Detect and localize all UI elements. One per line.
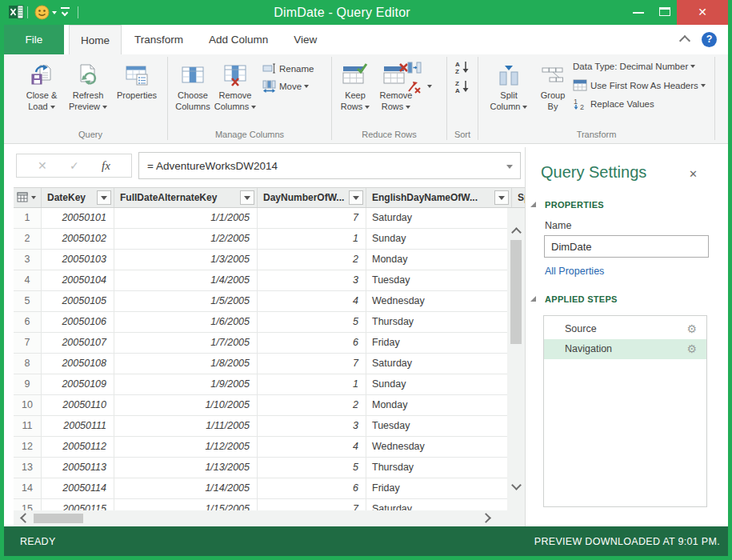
remove-columns-button[interactable]: Remove Columns	[213, 59, 258, 112]
cell-fulldatealternatekey[interactable]: 1/14/2005	[114, 478, 258, 499]
cell-daynumberofweek[interactable]: 7	[258, 499, 366, 510]
refresh-preview-button[interactable]: Refresh Preview	[65, 59, 111, 112]
cell-fulldatealternatekey[interactable]: 1/9/2005	[114, 374, 258, 395]
cell-daynumberofweek[interactable]: 3	[258, 270, 366, 291]
cell-fulldatealternatekey[interactable]: 1/4/2005	[114, 270, 258, 291]
row-number[interactable]: 9	[14, 374, 42, 395]
cell-englishdaynameofweek[interactable]: Wednesday	[366, 291, 507, 312]
move-button[interactable]: Move	[262, 79, 309, 93]
tab-add-column[interactable]: Add Column	[196, 25, 281, 54]
filter-icon[interactable]	[97, 190, 111, 205]
tab-view[interactable]: View	[281, 25, 330, 54]
cell-daynumberofweek[interactable]: 7	[258, 208, 366, 229]
cell-englishdaynameofweek[interactable]: Tuesday	[366, 416, 507, 437]
column-header-englishdaynameofweek[interactable]: EnglishDayNameOfW...	[366, 188, 512, 207]
row-number[interactable]: 14	[14, 478, 42, 499]
formula-fx-icon[interactable]: fx	[102, 159, 110, 173]
close-and-load-button[interactable]: Close & Load	[18, 59, 65, 112]
cell-englishdaynameofweek[interactable]: Friday	[366, 333, 507, 354]
replace-values-button[interactable]: 1 2 Replace Values	[573, 97, 654, 110]
step-navigation[interactable]: Navigation ⚙	[544, 339, 706, 359]
query-name-input[interactable]	[545, 236, 708, 257]
row-number[interactable]: 5	[14, 291, 42, 312]
gear-icon[interactable]: ⚙	[686, 319, 697, 339]
cell-englishdaynameofweek[interactable]: Saturday	[366, 354, 507, 374]
sort-ascending-button[interactable]: A Z	[454, 60, 474, 74]
cell-englishdaynameofweek[interactable]: Thursday	[366, 458, 507, 478]
minimize-button[interactable]	[626, 0, 650, 25]
row-number[interactable]: 11	[14, 416, 42, 437]
split-column-button[interactable]: Split Column	[483, 59, 534, 112]
cell-fulldatealternatekey[interactable]: 1/8/2005	[114, 354, 258, 374]
cell-datekey[interactable]: 20050109	[42, 374, 114, 395]
cell-daynumberofweek[interactable]: 5	[258, 312, 366, 333]
cell-datekey[interactable]: 20050102	[42, 229, 114, 250]
cell-fulldatealternatekey[interactable]: 1/7/2005	[114, 333, 258, 354]
filter-icon[interactable]	[240, 190, 254, 205]
cell-fulldatealternatekey[interactable]: 1/11/2005	[114, 416, 258, 437]
tab-home[interactable]: Home	[69, 25, 122, 54]
cell-englishdaynameofweek[interactable]: Sunday	[366, 374, 507, 395]
cell-fulldatealternatekey[interactable]: 1/1/2005	[114, 208, 258, 229]
row-number[interactable]: 8	[14, 354, 42, 374]
cell-englishdaynameofweek[interactable]: Wednesday	[366, 437, 507, 458]
column-header-datekey[interactable]: DateKey	[42, 188, 114, 207]
group-by-button[interactable]: Group By	[534, 59, 571, 112]
column-header-fulldatealternatekey[interactable]: FullDateAlternateKey	[114, 188, 258, 207]
cell-englishdaynameofweek[interactable]: Monday	[366, 250, 507, 270]
cell-daynumberofweek[interactable]: 7	[258, 354, 366, 374]
cell-englishdaynameofweek[interactable]: Thursday	[366, 312, 507, 333]
gear-icon[interactable]: ⚙	[686, 339, 697, 359]
applied-steps-section-header[interactable]: APPLIED STEPS	[545, 294, 618, 304]
cell-daynumberofweek[interactable]: 4	[258, 291, 366, 312]
horizontal-scroll-thumb[interactable]	[34, 514, 83, 523]
cell-datekey[interactable]: 20050104	[42, 270, 114, 291]
properties-button[interactable]: Properties	[111, 59, 162, 112]
cell-daynumberofweek[interactable]: 4	[258, 437, 366, 458]
cell-fulldatealternatekey[interactable]: 1/13/2005	[114, 458, 258, 478]
keep-rows-button[interactable]: Keep Rows	[337, 59, 374, 112]
cell-fulldatealternatekey[interactable]: 1/3/2005	[114, 250, 258, 270]
collapse-triangle-icon[interactable]	[530, 202, 536, 207]
cell-englishdaynameofweek[interactable]: Monday	[366, 395, 507, 416]
column-header-daynumberofweek[interactable]: DayNumberOfW...	[258, 188, 366, 207]
tab-file[interactable]: File	[4, 25, 64, 54]
formula-input[interactable]	[139, 153, 520, 178]
row-number[interactable]: 1	[14, 208, 42, 229]
row-number[interactable]: 3	[14, 250, 42, 270]
cell-daynumberofweek[interactable]: 6	[258, 478, 366, 499]
all-properties-link[interactable]: All Properties	[545, 266, 604, 277]
vertical-scroll-thumb[interactable]	[510, 240, 522, 344]
close-button[interactable]: ✕	[677, 0, 728, 25]
use-first-row-as-headers-button[interactable]: Use First Row As Headers	[573, 79, 706, 91]
horizontal-scrollbar[interactable]	[14, 510, 525, 526]
cell-datekey[interactable]: 20050111	[42, 416, 114, 437]
cell-datekey[interactable]: 20050103	[42, 250, 114, 270]
cell-datekey[interactable]: 20050107	[42, 333, 114, 354]
cell-fulldatealternatekey[interactable]: 1/10/2005	[114, 395, 258, 416]
cell-datekey[interactable]: 20050108	[42, 354, 114, 374]
cell-fulldatealternatekey[interactable]: 1/6/2005	[114, 312, 258, 333]
properties-section-header[interactable]: PROPERTIES	[545, 200, 604, 210]
formula-cancel-icon[interactable]: ✕	[38, 159, 47, 172]
cell-fulldatealternatekey[interactable]: 1/5/2005	[114, 291, 258, 312]
cell-englishdaynameofweek[interactable]: Tuesday	[366, 270, 507, 291]
cell-datekey[interactable]: 20050105	[42, 291, 114, 312]
tab-transform[interactable]: Transform	[122, 25, 196, 54]
cell-daynumberofweek[interactable]: 1	[258, 229, 366, 250]
cell-daynumberofweek[interactable]: 1	[258, 374, 366, 395]
remove-duplicates-button[interactable]	[407, 61, 425, 75]
data-type-button[interactable]: Data Type: Decimal Number	[573, 62, 695, 71]
step-source[interactable]: Source ⚙	[544, 319, 706, 339]
maximize-button[interactable]	[653, 0, 677, 25]
cell-englishdaynameofweek[interactable]: Friday	[366, 478, 507, 499]
rename-button[interactable]: Rename	[262, 62, 314, 75]
collapse-triangle-icon[interactable]	[530, 296, 536, 302]
cell-daynumberofweek[interactable]: 6	[258, 333, 366, 354]
row-number[interactable]: 7	[14, 333, 42, 354]
formula-dropdown-icon[interactable]	[506, 165, 513, 169]
row-number[interactable]: 12	[14, 437, 42, 458]
remove-errors-button[interactable]	[407, 79, 432, 94]
row-number[interactable]: 4	[14, 270, 42, 291]
formula-accept-icon[interactable]: ✓	[70, 159, 79, 172]
